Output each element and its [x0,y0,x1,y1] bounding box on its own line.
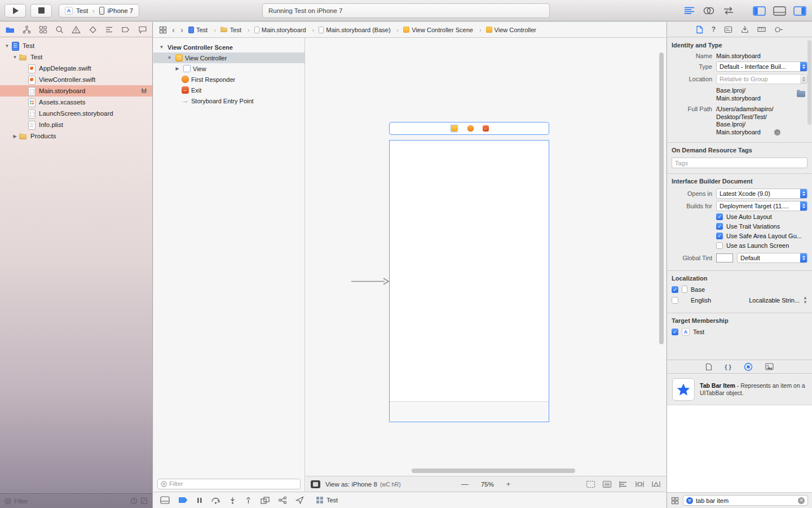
disclosure-triangle[interactable] [11,55,19,60]
attributes-inspector-tab[interactable] [741,25,749,33]
size-inspector-tab[interactable] [757,27,766,32]
view-as-button[interactable]: View as: iPhone 8 (wC hR) [325,481,401,488]
identity-inspector-tab[interactable] [724,26,732,33]
zoom-level[interactable]: 75% [481,481,494,488]
tree-row-launchscreen[interactable]: LaunchScreen.storyboard [0,108,152,119]
media-library-tab[interactable] [765,363,774,370]
pause-button[interactable] [197,497,202,503]
step-into-button[interactable] [229,497,236,504]
scheme-selector[interactable]: A Test › iPhone 7 [59,4,139,17]
connections-inspector-tab[interactable] [774,26,783,33]
breadcrumb-group[interactable]: Test [220,27,250,33]
clear-search-icon[interactable]: ✕ [798,497,805,504]
storyboard-canvas[interactable] [306,38,666,476]
library-grid-toggle-icon[interactable] [671,497,679,505]
use-as-launch-screen-checkbox[interactable] [716,242,723,249]
use-trait-variations-checkbox[interactable] [716,223,723,230]
first-responder-icon[interactable] [467,125,474,132]
recent-files-filter-icon[interactable] [130,497,138,505]
run-button[interactable] [5,4,26,17]
tree-row-products[interactable]: Products [0,130,152,142]
horizontal-scrollbar[interactable] [412,468,575,473]
disclosure-triangle[interactable] [11,134,19,139]
debug-navigator-tab[interactable] [105,25,113,34]
version-editor-button[interactable] [722,6,735,15]
tab-bar[interactable] [390,401,549,422]
standard-editor-button[interactable] [683,6,695,15]
source-control-navigator-tab[interactable] [23,25,31,34]
breadcrumb-project[interactable]: Test [188,27,216,33]
breadcrumb-storyboard[interactable]: Main.storyboard [254,27,315,33]
zoom-in-button[interactable]: + [506,480,511,488]
update-frames-icon[interactable] [586,480,595,488]
use-safe-area-checkbox[interactable] [716,233,723,239]
related-items-icon[interactable] [159,26,167,34]
opens-in-popup[interactable]: Latest Xcode (9.0) [716,189,807,199]
outline-row-view-controller[interactable]: View Controller [153,52,304,63]
embed-in-stack-icon[interactable] [602,480,612,488]
tint-color-well[interactable] [716,253,733,262]
toggle-navigator-button[interactable] [753,6,766,16]
library-search-field[interactable]: ✕ [683,495,808,506]
library-search-input[interactable] [696,497,795,504]
back-button[interactable]: ‹ [171,25,175,34]
tree-row-group[interactable]: Test [0,51,152,63]
toggle-inspector-button[interactable] [793,6,806,16]
tree-row-main-storyboard[interactable]: Main.storyboard M [0,85,152,97]
tree-row-viewcontroller[interactable]: ViewController.swift [0,74,152,85]
tree-row-appdelegate[interactable]: AppDelegate.swift [0,63,152,74]
exit-icon[interactable] [483,125,489,132]
name-value[interactable]: Main.storyboard [716,52,761,59]
report-navigator-tab[interactable] [138,25,147,34]
align-icon[interactable] [619,480,628,488]
tree-row-assets[interactable]: Assets.xcassets [0,97,152,108]
zoom-out-button[interactable]: — [461,480,469,488]
outline-row-first-responder[interactable]: First Responder [153,74,304,85]
disclosure-triangle[interactable] [174,66,181,71]
debug-view-hierarchy-button[interactable] [261,497,270,504]
inspector-scrollbar[interactable] [807,40,811,125]
disclosure-triangle[interactable] [166,55,173,60]
outline-row-view[interactable]: View [153,63,304,74]
project-navigator-tab[interactable] [5,25,15,34]
tree-row-infoplist[interactable]: Info.plist [0,119,152,130]
scm-filter-icon[interactable] [140,497,148,505]
step-over-button[interactable] [211,497,220,504]
scene-dock[interactable] [389,122,549,135]
use-auto-layout-checkbox[interactable] [716,213,723,220]
english-checkbox[interactable] [672,297,678,304]
forward-button[interactable]: › [180,25,184,34]
toggle-debug-area-button[interactable] [773,6,786,16]
device-configuration-button[interactable] [311,480,320,488]
resolve-autolayout-icon[interactable] [651,480,661,488]
process-view-chip[interactable]: Test [316,496,338,504]
location-popup[interactable]: Relative to Group [716,74,807,84]
tint-popup[interactable]: Default [737,253,807,263]
outline-row-entry-point[interactable]: Storyboard Entry Point [153,95,304,106]
test-navigator-tab[interactable] [89,25,97,34]
open-in-finder-arrow-icon[interactable]: → [774,129,780,135]
storyboard-entry-point-arrow[interactable] [351,277,390,287]
file-inspector-tab[interactable] [696,25,703,34]
object-library-tab[interactable] [744,362,753,371]
outline-filter-input[interactable] [169,480,297,487]
choose-location-folder-icon[interactable] [797,91,805,97]
disclosure-triangle[interactable] [3,43,11,49]
quick-help-inspector-tab[interactable]: ? [712,25,716,33]
breadcrumb-scene[interactable]: View Controller Scene [403,27,481,33]
base-checkbox[interactable] [672,286,678,293]
step-out-button[interactable] [245,497,252,504]
filter-placeholder-text[interactable]: Filter [14,498,28,505]
type-popup[interactable]: Default - Interface Buil... [716,62,807,72]
find-navigator-tab[interactable] [55,25,64,34]
breadcrumb-view-controller[interactable]: View Controller [486,27,539,33]
view-controller-view[interactable] [389,140,549,422]
file-type-arrows-icon[interactable]: ▲▼ [803,296,807,305]
simulate-location-button[interactable] [295,496,304,504]
tree-row-project[interactable]: Test [0,40,152,51]
scene-header-row[interactable]: View Controller Scene [153,42,304,52]
stop-button[interactable] [30,4,52,17]
builds-for-popup[interactable]: Deployment Target (11.... [716,201,807,211]
symbol-navigator-tab[interactable] [39,25,47,34]
target-checkbox[interactable] [672,329,678,335]
